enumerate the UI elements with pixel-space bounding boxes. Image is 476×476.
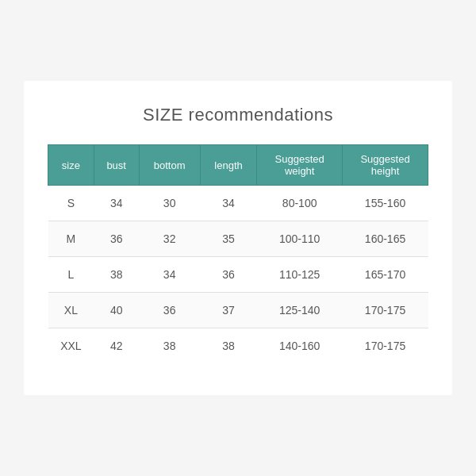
cell-length: 38 <box>200 328 256 364</box>
cell-suggested_weight: 125-140 <box>257 293 343 328</box>
cell-suggested_weight: 80-100 <box>257 186 343 221</box>
cell-length: 34 <box>200 186 256 221</box>
cell-bottom: 30 <box>139 186 200 221</box>
table-row: S34303480-100155-160 <box>48 186 428 221</box>
cell-suggested_height: 160-165 <box>343 221 428 257</box>
size-recommendations-card: SIZE recommendations sizebustbottomlengt… <box>24 81 452 395</box>
col-header-suggested_height: Suggestedheight <box>343 145 428 186</box>
cell-suggested_height: 155-160 <box>343 186 428 221</box>
cell-bust: 38 <box>94 257 139 293</box>
table-header-row: sizebustbottomlengthSuggestedweightSugge… <box>48 145 428 186</box>
col-header-bust: bust <box>94 145 139 186</box>
table-row: XL403637125-140170-175 <box>48 293 428 328</box>
cell-suggested_height: 165-170 <box>343 257 428 293</box>
cell-size: XL <box>48 293 94 328</box>
cell-size: S <box>48 186 94 221</box>
size-table: sizebustbottomlengthSuggestedweightSugge… <box>48 144 428 363</box>
cell-suggested_weight: 110-125 <box>257 257 343 293</box>
cell-size: L <box>48 257 94 293</box>
table-body: S34303480-100155-160M363235100-110160-16… <box>48 186 428 364</box>
cell-size: XXL <box>48 328 94 364</box>
cell-bust: 40 <box>94 293 139 328</box>
page-title: SIZE recommendations <box>48 105 428 125</box>
cell-bottom: 38 <box>139 328 200 364</box>
cell-bust: 42 <box>94 328 139 364</box>
cell-size: M <box>48 221 94 257</box>
cell-bust: 36 <box>94 221 139 257</box>
col-header-suggested_weight: Suggestedweight <box>257 145 343 186</box>
table-row: L383436110-125165-170 <box>48 257 428 293</box>
table-row: M363235100-110160-165 <box>48 221 428 257</box>
cell-bottom: 34 <box>139 257 200 293</box>
cell-length: 35 <box>200 221 256 257</box>
cell-length: 37 <box>200 293 256 328</box>
cell-length: 36 <box>200 257 256 293</box>
table-row: XXL423838140-160170-175 <box>48 328 428 364</box>
cell-bust: 34 <box>94 186 139 221</box>
cell-suggested_height: 170-175 <box>343 328 428 364</box>
cell-suggested_height: 170-175 <box>343 293 428 328</box>
col-header-length: length <box>200 145 256 186</box>
cell-suggested_weight: 100-110 <box>257 221 343 257</box>
col-header-bottom: bottom <box>139 145 200 186</box>
col-header-size: size <box>48 145 94 186</box>
cell-bottom: 36 <box>139 293 200 328</box>
cell-suggested_weight: 140-160 <box>257 328 343 364</box>
cell-bottom: 32 <box>139 221 200 257</box>
